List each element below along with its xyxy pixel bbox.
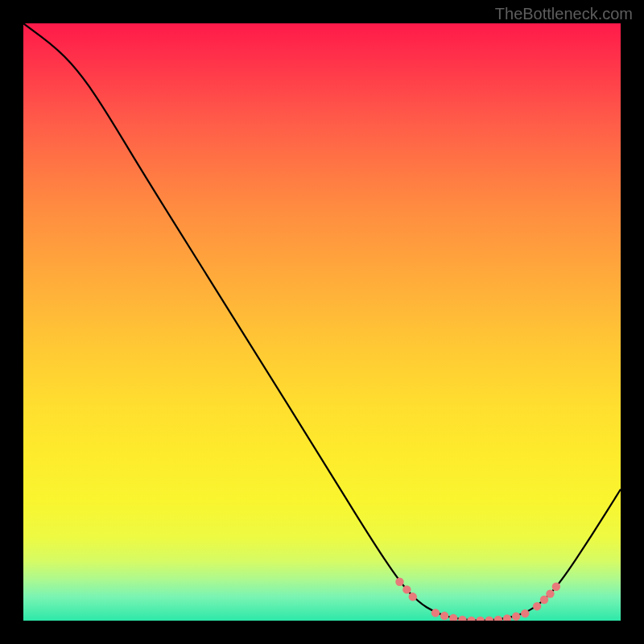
data-marker bbox=[440, 612, 448, 620]
data-marker bbox=[521, 609, 529, 617]
bottleneck-curve bbox=[23, 23, 621, 621]
data-marker bbox=[431, 609, 440, 617]
data-marker bbox=[494, 616, 502, 621]
data-marker bbox=[533, 602, 541, 610]
data-marker bbox=[546, 589, 554, 597]
marker-group bbox=[395, 578, 560, 621]
chart-curve-layer bbox=[23, 23, 621, 621]
data-marker bbox=[395, 578, 403, 586]
data-marker bbox=[449, 614, 457, 621]
data-marker bbox=[512, 613, 520, 621]
data-marker bbox=[540, 596, 548, 604]
data-marker bbox=[552, 583, 560, 591]
data-marker bbox=[458, 616, 466, 621]
data-marker bbox=[467, 617, 475, 621]
data-marker bbox=[409, 592, 417, 601]
data-marker bbox=[485, 616, 493, 621]
chart-plot-area bbox=[23, 23, 621, 621]
watermark-text: TheBottleneck.com bbox=[495, 5, 633, 23]
data-marker bbox=[476, 617, 484, 621]
data-marker bbox=[402, 585, 411, 593]
data-marker bbox=[503, 614, 511, 621]
